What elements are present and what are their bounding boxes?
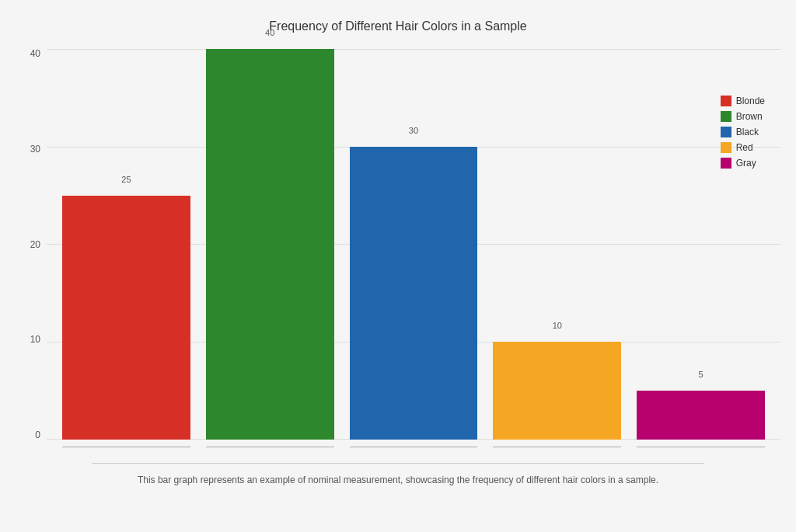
x-axis-label xyxy=(206,447,334,450)
chart-area: 403020100 254030105 BlondeBrownBlackRedG… xyxy=(16,49,780,457)
legend-label-text: Blonde xyxy=(736,96,765,106)
legend: BlondeBrownBlackRedGray xyxy=(721,96,765,169)
bar-brown xyxy=(206,49,334,440)
legend-item-black: Black xyxy=(721,127,765,137)
chart-container: Frequency of Different Hair Colors in a … xyxy=(0,0,796,532)
bar-black xyxy=(350,147,478,440)
caption-divider xyxy=(92,463,703,464)
chart-title: Frequency of Different Hair Colors in a … xyxy=(269,19,526,33)
x-axis-label xyxy=(350,447,478,450)
y-axis-label: 0 xyxy=(35,430,40,440)
legend-label-text: Gray xyxy=(736,158,756,169)
legend-label-text: Red xyxy=(736,142,753,153)
y-axis-label: 30 xyxy=(30,144,40,154)
legend-color-swatch xyxy=(721,142,731,153)
y-axis-label: 10 xyxy=(30,335,40,344)
x-axis-label xyxy=(637,447,765,450)
legend-label-text: Black xyxy=(736,127,759,137)
bar-blonde xyxy=(62,196,190,440)
legend-color-swatch xyxy=(721,96,731,106)
y-axis-label: 40 xyxy=(30,49,40,58)
bars-container: 254030105 xyxy=(47,49,780,440)
legend-item-blonde: Blonde xyxy=(721,96,765,106)
bar-wrapper: 25 xyxy=(62,49,190,440)
bar-wrapper: 30 xyxy=(350,49,478,440)
y-axis: 403020100 xyxy=(16,49,47,457)
bar-wrapper: 10 xyxy=(493,49,621,440)
bar-value-label: 25 xyxy=(121,175,131,184)
bar-wrapper: 40 xyxy=(206,49,334,440)
legend-color-swatch xyxy=(721,111,731,122)
bar-value-label: 40 xyxy=(265,28,274,37)
bar-value-label: 10 xyxy=(553,321,562,330)
bar-value-label: 30 xyxy=(409,126,418,135)
legend-label-text: Brown xyxy=(736,111,763,122)
legend-item-red: Red xyxy=(721,142,765,153)
bar-gray xyxy=(637,391,765,440)
bar-value-label: 5 xyxy=(699,370,703,379)
grid-and-bars: 254030105 xyxy=(47,49,780,440)
bar-red xyxy=(493,342,621,440)
legend-item-brown: Brown xyxy=(721,111,765,122)
legend-color-swatch xyxy=(721,127,731,137)
legend-item-gray: Gray xyxy=(721,158,765,169)
chart-caption: This bar graph represents an example of … xyxy=(106,475,690,485)
x-axis xyxy=(47,440,780,457)
legend-color-swatch xyxy=(721,158,731,169)
y-axis-label: 20 xyxy=(30,240,40,249)
plot-area: 254030105 xyxy=(47,49,780,457)
x-axis-label xyxy=(62,447,190,450)
x-axis-label xyxy=(493,447,621,450)
